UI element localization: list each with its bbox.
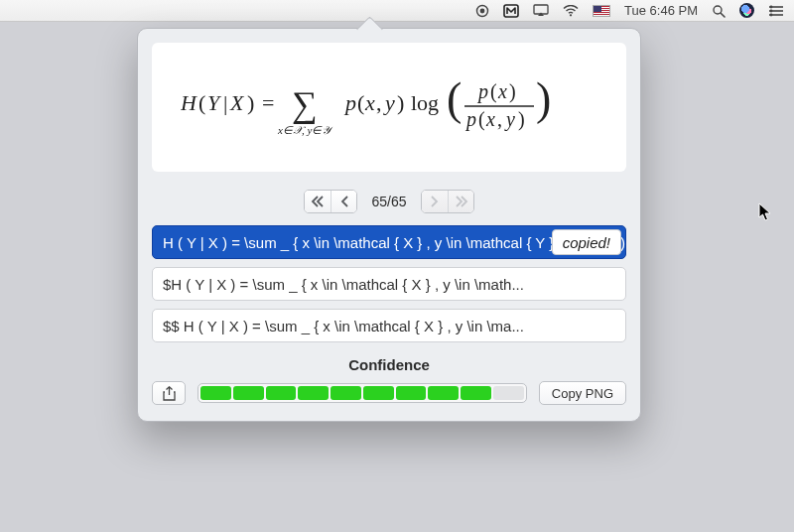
svg-point-1 [480,8,485,13]
spotlight-icon[interactable] [712,4,726,18]
confidence-cell [363,386,394,400]
svg-text:(: ( [198,90,205,115]
confidence-bar [198,383,527,403]
first-button[interactable] [305,191,331,212]
macos-menu-bar: Tue 6:46 PM [0,0,794,22]
result-row[interactable]: H ( Y | X ) = \sum _ { x \in \mathcal { … [152,225,626,259]
menu-clock[interactable]: Tue 6:46 PM [624,3,698,18]
confidence-cell [266,386,297,400]
latex-results: H ( Y | X ) = \sum _ { x \in \mathcal { … [138,225,640,346]
svg-text:(: ( [490,80,497,103]
svg-text:p: p [464,108,476,131]
share-button[interactable] [152,381,186,405]
svg-text:): ) [247,90,254,115]
svg-text:(: ( [447,73,462,124]
popover-footer: Confidence Copy PNG [138,346,640,421]
svg-point-10 [770,5,773,8]
pager-forward-group [421,190,474,213]
result-text: $$ H ( Y | X ) = \sum _ { x \in \mathcal… [163,318,524,334]
record-icon[interactable] [475,4,489,18]
svg-text:): ) [518,108,525,131]
pager-counter: 65/65 [363,194,415,209]
copy-png-button[interactable]: Copy PNG [539,381,626,405]
next-button[interactable] [422,191,448,212]
notification-center-icon[interactable] [768,5,784,17]
svg-text:): ) [536,73,551,124]
svg-point-12 [770,13,773,16]
svg-text:): ) [397,90,404,115]
svg-text:x: x [364,90,375,115]
svg-text:y: y [383,90,395,115]
mouse-cursor-icon [758,202,772,222]
svg-point-4 [570,14,572,16]
svg-text:Y: Y [207,90,222,115]
confidence-cell [461,386,491,400]
history-pager: 65/65 [138,186,640,225]
svg-text:x: x [497,80,507,102]
siri-icon[interactable] [739,3,754,18]
svg-text:(: ( [478,108,485,131]
confidence-cell [233,386,264,400]
last-button[interactable] [448,191,473,212]
svg-text:log: log [411,90,439,115]
svg-point-11 [770,9,773,12]
airplay-icon[interactable] [533,4,549,17]
confidence-cell [428,386,459,400]
svg-text:|: | [223,90,227,115]
svg-text:,: , [497,108,502,130]
confidence-label: Confidence [152,356,626,373]
svg-text:x: x [485,108,495,130]
confidence-cell [200,386,231,400]
result-text: $H ( Y | X ) = \sum _ { x \in \mathcal {… [163,276,524,293]
pager-back-group [304,190,357,213]
app-m-icon[interactable] [503,4,519,18]
confidence-cell [331,386,361,400]
svg-text:H: H [181,90,198,115]
svg-text:,: , [376,90,382,115]
confidence-cell [493,386,524,400]
svg-text:X: X [229,90,245,115]
confidence-cell [298,386,329,400]
svg-text:): ) [509,80,516,103]
input-source-flag-icon[interactable] [593,5,610,17]
svg-text:y: y [504,108,515,131]
confidence-cell [396,386,427,400]
wifi-icon[interactable] [563,5,579,17]
equation-preview: H ( Y | X ) = ∑ x∈𝒳, y∈𝒴 p ( x , y ) log… [152,43,626,172]
copied-badge: copied! [552,229,621,255]
ocr-popover: H ( Y | X ) = ∑ x∈𝒳, y∈𝒴 p ( x , y ) log… [137,28,641,422]
svg-text:p: p [343,90,356,115]
result-row[interactable]: $$ H ( Y | X ) = \sum _ { x \in \mathcal… [152,309,626,342]
svg-text:x∈𝒳, y∈𝒴: x∈𝒳, y∈𝒴 [277,124,333,136]
svg-line-6 [721,13,725,17]
svg-text:∑: ∑ [292,84,318,124]
result-row[interactable]: $H ( Y | X ) = \sum _ { x \in \mathcal {… [152,267,626,301]
svg-text:=: = [262,90,274,115]
prev-button[interactable] [331,191,356,212]
svg-text:p: p [476,80,488,103]
svg-text:(: ( [357,90,364,115]
